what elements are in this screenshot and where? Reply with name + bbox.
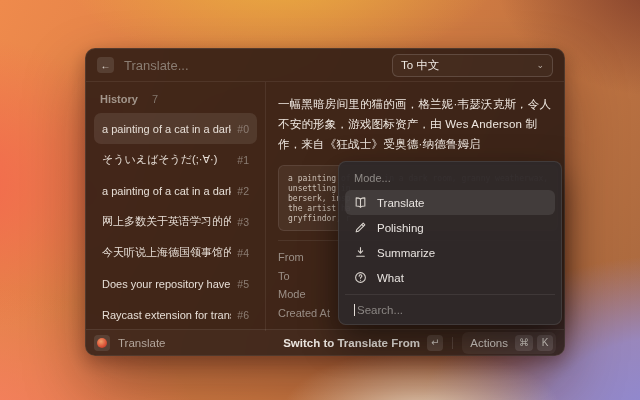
history-item-index: #2 — [237, 185, 249, 197]
extension-name: Translate — [118, 337, 166, 349]
dropdown-item-translate[interactable]: Translate — [345, 190, 555, 215]
history-item[interactable]: 今天听说上海德国领事馆的签证预约... #4 — [94, 237, 257, 268]
command-key-badge: ⌘ — [515, 335, 533, 351]
history-header: History 7 — [94, 88, 257, 113]
history-item[interactable]: Does your repository have so man... #5 — [94, 268, 257, 299]
history-item[interactable]: a painting of a cat in a dark room,... #… — [94, 113, 257, 144]
primary-action-label[interactable]: Switch to Translate From — [283, 337, 420, 349]
target-language-select[interactable]: To 中文 ⌄ — [392, 54, 553, 77]
history-item[interactable]: Raycast extension for translation... #6 — [94, 299, 257, 330]
nav-bar: ← Translate... To 中文 ⌄ — [86, 49, 564, 82]
history-item-index: #5 — [237, 278, 249, 290]
dropdown-section-label: Mode... — [345, 167, 555, 190]
dropdown-item-what[interactable]: What — [345, 265, 555, 290]
pencil-icon — [354, 221, 367, 234]
dropdown-item-summarize[interactable]: Summarize — [345, 240, 555, 265]
history-count: 7 — [152, 93, 158, 105]
back-button[interactable]: ← — [97, 57, 114, 73]
history-item[interactable]: a painting of a cat in a dark room,... #… — [94, 175, 257, 206]
extension-icon — [94, 335, 110, 351]
question-circle-icon — [354, 271, 367, 284]
k-key-badge: K — [537, 335, 553, 351]
dropdown-item-polishing[interactable]: Polishing — [345, 215, 555, 240]
footer-bar: Translate Switch to Translate From ↵ Act… — [86, 329, 564, 355]
translation-text: 一幅黑暗房间里的猫的画，格兰妮·韦瑟沃克斯，令人不安的形象，游戏图标资产，由 W… — [278, 94, 558, 154]
history-item-index: #4 — [237, 247, 249, 259]
search-input[interactable]: Translate... — [124, 58, 382, 73]
history-pane: History 7 a painting of a cat in a dark … — [86, 82, 266, 331]
text-caret — [354, 304, 355, 316]
dropdown-search-input[interactable]: Search... — [345, 294, 555, 324]
raycast-translate-window: ← Translate... To 中文 ⌄ History 7 a paint… — [85, 48, 565, 356]
chevron-down-icon: ⌄ — [536, 60, 544, 70]
target-language-value: To 中文 — [401, 58, 439, 73]
history-item-index: #0 — [237, 123, 249, 135]
arrow-down-to-line-icon — [354, 246, 367, 259]
history-item-index: #1 — [237, 154, 249, 166]
history-item[interactable]: そういえばそうだ(;·∀·) #1 — [94, 144, 257, 175]
book-icon — [354, 196, 367, 209]
back-arrow-icon: ← — [101, 60, 111, 71]
actions-button[interactable]: Actions ⌘ K — [462, 332, 556, 354]
desktop-background: ← Translate... To 中文 ⌄ History 7 a paint… — [0, 0, 640, 400]
history-item-index: #6 — [237, 309, 249, 321]
mode-dropdown: Mode... Translate Polishing Summarize Wh… — [338, 161, 562, 325]
return-key-badge: ↵ — [427, 335, 443, 351]
history-title: History — [100, 93, 138, 105]
history-item-index: #3 — [237, 216, 249, 228]
divider — [452, 337, 453, 349]
history-item[interactable]: 网上多数关于英语学习的的分享，都... #3 — [94, 206, 257, 237]
